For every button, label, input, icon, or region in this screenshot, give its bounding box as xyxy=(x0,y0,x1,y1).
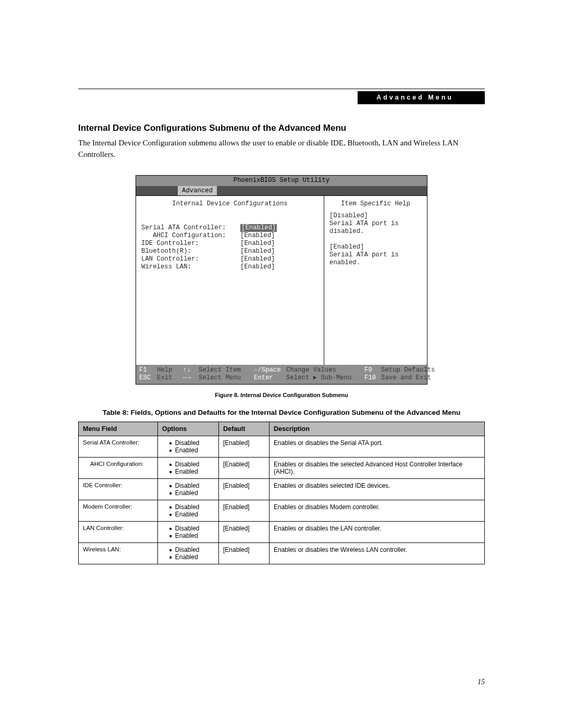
bios-field-value: [Enabled] xyxy=(240,232,275,240)
bios-label-exit: Exit xyxy=(157,374,183,382)
cell-description: Enables or disables selected IDE devices… xyxy=(270,478,485,500)
cell-menu-field: Wireless LAN: xyxy=(79,542,158,564)
cell-options: DisabledEnabled xyxy=(158,521,219,542)
cell-default: [Enabled] xyxy=(219,500,270,521)
bios-field-line: AHCI Configuration:[Enabled] xyxy=(141,232,319,240)
bios-label-setup-defaults: Setup Defaults xyxy=(381,366,435,374)
bios-left-pane: Internal Device Configurations Serial AT… xyxy=(136,195,324,365)
bios-key-f1: F1 xyxy=(139,366,157,374)
bios-field-value: [Enabled] xyxy=(240,255,275,263)
bios-field-label: Bluetooth(R): xyxy=(141,248,240,255)
bios-field-value: [Enabled] xyxy=(240,248,275,255)
bios-left-header: Internal Device Configurations xyxy=(136,196,324,213)
bios-label-change-values: Change Values xyxy=(286,366,364,374)
bios-label-help: Help xyxy=(157,366,183,374)
cell-default: [Enabled] xyxy=(219,542,270,564)
cell-default: [Enabled] xyxy=(219,457,270,478)
bios-key-f10: F10 xyxy=(364,374,381,382)
cell-default: [Enabled] xyxy=(219,436,270,457)
bios-screenshot: PhoenixBIOS Setup Utility Advanced Inter… xyxy=(136,175,427,385)
bios-key-f9: F9 xyxy=(364,366,381,374)
cell-menu-field: IDE Controller: xyxy=(79,478,158,500)
bios-field-line: LAN Controller:[Enabled] xyxy=(141,255,319,263)
table-row: Modem Controller:DisabledEnabled[Enabled… xyxy=(79,500,485,521)
table-row: Wireless LAN:DisabledEnabled[Enabled]Ena… xyxy=(79,542,485,564)
cell-default: [Enabled] xyxy=(219,521,270,542)
option-item: Disabled xyxy=(169,503,214,511)
cell-default: [Enabled] xyxy=(219,478,270,500)
option-item: Enabled xyxy=(169,489,214,497)
options-table: Menu Field Options Default Description S… xyxy=(78,422,485,564)
section-bar: Advanced Menu xyxy=(358,91,485,104)
option-item: Disabled xyxy=(169,461,214,468)
cell-options: DisabledEnabled xyxy=(158,500,219,521)
intro-paragraph: The Internal Device Configuration submen… xyxy=(78,138,485,161)
cell-menu-field: AHCI Configuration: xyxy=(79,457,158,478)
bios-field-label: Serial ATA Controller: xyxy=(141,224,240,232)
bios-field-label: IDE Controller: xyxy=(141,240,240,248)
bios-field-value: [Enabled] xyxy=(240,240,275,248)
cell-description: Enables or disables Modem controller. xyxy=(270,500,485,521)
cell-menu-field: Serial ATA Controller: xyxy=(79,436,158,457)
bios-key-leftright: ←→ xyxy=(183,374,199,382)
option-item: Enabled xyxy=(169,553,214,561)
bios-field-label: Wireless LAN: xyxy=(141,263,240,271)
bios-key-esc: ESC xyxy=(139,374,157,382)
cell-options: DisabledEnabled xyxy=(158,478,219,500)
cell-options: DisabledEnabled xyxy=(158,542,219,564)
bios-field-value: [Enabled] xyxy=(240,224,277,232)
bios-tab-row: Advanced xyxy=(136,186,427,195)
cell-description: Enables or disables the selected Advance… xyxy=(270,457,485,478)
table-row: AHCI Configuration:DisabledEnabled[Enabl… xyxy=(79,457,485,478)
bios-field-line: Serial ATA Controller:[Enabled] xyxy=(141,224,319,232)
option-item: Enabled xyxy=(169,532,214,539)
bios-field-label: AHCI Configuration: xyxy=(141,232,240,240)
th-description: Description xyxy=(270,422,485,436)
option-item: Disabled xyxy=(169,439,214,447)
option-item: Enabled xyxy=(169,511,214,518)
figure-caption: Figure 8. Internal Device Configuration … xyxy=(78,392,485,398)
bios-help-text: [Disabled] Serial ATA port is disabled. … xyxy=(324,212,427,353)
table-row: LAN Controller:DisabledEnabled[Enabled]E… xyxy=(79,521,485,542)
bios-label-select-submenu: Select ▶ Sub-Menu xyxy=(286,374,364,382)
option-item: Disabled xyxy=(169,525,214,532)
bios-key-space: -/Space xyxy=(254,366,286,374)
th-menu-field: Menu Field xyxy=(79,422,158,436)
cell-description: Enables or disables the LAN controller. xyxy=(270,521,485,542)
page-number: 15 xyxy=(478,678,485,686)
bios-tab-advanced: Advanced xyxy=(178,186,217,195)
bios-field-value: [Enabled] xyxy=(240,263,275,271)
bios-label-save-exit: Save and Exit xyxy=(381,374,431,381)
table-caption: Table 8: Fields, Options and Defaults fo… xyxy=(78,409,485,416)
th-default: Default xyxy=(219,422,270,436)
bios-key-updown: ↑↓ xyxy=(183,366,199,374)
bios-label-select-menu: Select Menu xyxy=(199,374,254,382)
table-row: IDE Controller:DisabledEnabled[Enabled]E… xyxy=(79,478,485,500)
option-item: Enabled xyxy=(169,447,214,454)
bios-right-pane: Item Specific Help [Disabled] Serial ATA… xyxy=(324,195,427,365)
table-row: Serial ATA Controller:DisabledEnabled[En… xyxy=(79,436,485,457)
option-item: Enabled xyxy=(169,468,214,475)
bios-field-label: LAN Controller: xyxy=(141,255,240,263)
cell-options: DisabledEnabled xyxy=(158,457,219,478)
bios-title: PhoenixBIOS Setup Utility xyxy=(136,176,427,186)
cell-options: DisabledEnabled xyxy=(158,436,219,457)
bios-right-header: Item Specific Help xyxy=(324,196,427,212)
cell-menu-field: LAN Controller: xyxy=(79,521,158,542)
bios-footer: F1Help ↑↓Select Item -/SpaceChange Value… xyxy=(136,365,427,384)
option-item: Disabled xyxy=(169,482,214,489)
bios-field-line: Wireless LAN:[Enabled] xyxy=(141,263,319,271)
page-heading: Internal Device Configurations Submenu o… xyxy=(78,123,485,133)
bios-field-line: Bluetooth(R):[Enabled] xyxy=(141,248,319,255)
bios-field-line: IDE Controller:[Enabled] xyxy=(141,240,319,248)
th-options: Options xyxy=(158,422,219,436)
cell-description: Enables or disables the Serial ATA port. xyxy=(270,436,485,457)
bios-label-select-item: Select Item xyxy=(199,366,254,374)
bios-key-enter: Enter xyxy=(254,374,286,382)
cell-description: Enables or disables the Wireless LAN con… xyxy=(270,542,485,564)
option-item: Disabled xyxy=(169,546,214,553)
cell-menu-field: Modem Controller: xyxy=(79,500,158,521)
